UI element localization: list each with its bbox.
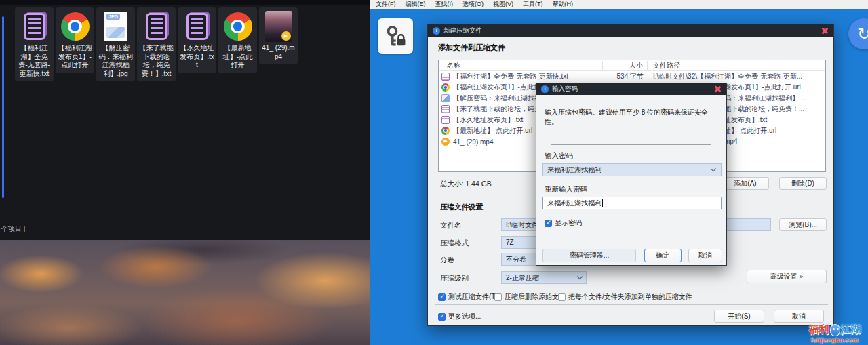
image-file-icon — [441, 94, 450, 102]
video-thumbnail: ▶ — [265, 10, 292, 43]
dialog-heading: 添加文件到压缩文件 — [438, 43, 505, 53]
password-manager-button[interactable]: 密码管理器... — [542, 249, 636, 262]
scrollbar-accent[interactable] — [2, 16, 4, 198]
fulijianghu-watermark: 福利 江湖 fulijianghu.com — [803, 323, 867, 344]
column-size[interactable]: 大小 — [603, 61, 648, 70]
desktop-icon-label: 【来了就能下载的论坛，纯免费！】.txt — [138, 44, 174, 78]
browse-button[interactable]: 浏览(B)... — [779, 218, 827, 231]
text-file-icon — [441, 73, 450, 81]
menu-find[interactable]: 查找(I) — [435, 0, 454, 9]
mascot-icon — [830, 324, 840, 336]
menu-edit[interactable]: 编辑(E) — [406, 0, 426, 9]
desktop-icon[interactable]: ▶ 41_ (29).mp4 — [259, 7, 298, 64]
cancel-button[interactable]: 取消 — [688, 249, 722, 262]
test-archive-checkbox[interactable]: 测试压缩文件(T) — [438, 292, 498, 302]
show-password-checkbox[interactable]: 显示密码 — [545, 218, 582, 228]
advanced-settings-button[interactable]: 高级设置 » — [747, 270, 827, 283]
file-name-cell: 【永久地址发布页】.txt — [453, 115, 523, 125]
screen: 【福利江湖】全免费-无套路-更新快.txt 【福利江湖发布页1】-点此打开 JP… — [0, 0, 868, 345]
enter-password-label: 输入密码 — [545, 151, 573, 161]
refresh-icon: ↻ — [857, 24, 868, 43]
volume-label: 分卷 — [440, 256, 454, 265]
divider — [435, 304, 828, 305]
password-combo[interactable]: 来福利江湖找福利 — [542, 163, 722, 176]
level-label: 压缩级别 — [440, 274, 469, 283]
reenter-password-input[interactable]: 来福利江湖找福利 — [542, 197, 722, 209]
add-button[interactable]: 添加(A) — [722, 177, 769, 190]
checkbox-checked-icon[interactable] — [438, 313, 446, 321]
jpg-badge: JPG — [106, 14, 120, 20]
desktop-icon-label: 41_ (29).mp4 — [260, 44, 296, 61]
logo-text-left: 福利 — [809, 323, 829, 336]
column-name[interactable]: 名称 — [439, 61, 603, 70]
menu-file[interactable]: 文件(F) — [376, 0, 396, 9]
menu-options[interactable]: 选项(O) — [462, 0, 484, 9]
delete-after-checkbox[interactable]: 压缩后删除原始文件 — [494, 292, 566, 302]
desktop-icon-label: 【福利江湖】全免费-无套路-更新快.txt — [16, 44, 52, 78]
dialog-title: 新建压缩文件 — [443, 26, 816, 35]
dialog-titlebar[interactable]: + 输入密码 — [536, 83, 726, 95]
level-select[interactable]: 2-正常压缩 — [501, 271, 587, 284]
desktop-icons: 【福利江湖】全免费-无套路-更新快.txt 【福利江湖发布页1】-点此打开 JP… — [15, 7, 298, 81]
file-size-cell: 534 字节 — [603, 72, 648, 81]
url-file-icon — [441, 83, 450, 92]
chrome-icon — [224, 10, 252, 43]
desktop-icon[interactable]: 【福利江湖】全免费-无套路-更新快.txt — [15, 7, 54, 81]
chevron-down-icon — [711, 166, 716, 171]
menu-view[interactable]: 视图(V) — [493, 0, 513, 9]
password-dialog: + 输入密码 输入压缩包密码。建议使用至少 8 位的密码来保证安全性。 输入密码… — [536, 83, 727, 266]
desktop-icon[interactable]: 【永久地址发布页】.txt — [178, 7, 216, 73]
text-file-icon — [146, 10, 167, 43]
checkbox-checked-icon[interactable] — [545, 220, 552, 227]
file-name-cell: 【福利江湖】全免费-无套路-更新快.txt — [453, 72, 568, 81]
archive-app-icon: + — [433, 27, 440, 35]
delete-button[interactable]: 删除(D) — [779, 177, 827, 190]
menu-tools[interactable]: 工具(T) — [523, 0, 543, 9]
jpg-file-icon: JPG — [104, 10, 127, 43]
text-file-icon — [441, 116, 450, 124]
close-icon[interactable] — [713, 85, 722, 94]
cancel-button[interactable]: 取消 — [774, 310, 824, 323]
menu-help[interactable]: 帮助(H) — [553, 0, 574, 9]
desktop-icon-label: 【解压密码：来福利江湖找福利】.jpg — [98, 44, 134, 78]
more-options-checkbox[interactable]: 更多选项... — [438, 312, 481, 321]
chrome-icon — [61, 10, 90, 43]
start-button[interactable]: 开始(S) — [714, 310, 764, 323]
checkbox-unchecked-icon[interactable] — [494, 293, 502, 301]
list-header: 名称 大小 文件路径 — [439, 60, 825, 71]
chevron-down-icon — [577, 274, 583, 279]
file-row[interactable]: 【福利江湖】全免费-无套路-更新快.txt 534 字节 I:\临时文件\32\… — [439, 71, 825, 82]
separate-archives-checkbox[interactable]: 把每个文件/文件夹添加到单独的压缩文件 — [558, 292, 692, 302]
ok-button[interactable]: 确定 — [644, 249, 682, 262]
wallpaper — [0, 240, 370, 345]
column-path[interactable]: 文件路径 — [648, 61, 825, 70]
checkbox-unchecked-icon[interactable] — [558, 293, 566, 301]
password-key-button[interactable] — [378, 18, 413, 54]
play-icon: ▶ — [281, 31, 291, 41]
items-count-status: 个项目 | — [1, 224, 25, 234]
checkbox-checked-icon[interactable] — [438, 293, 446, 301]
file-name-cell: 【最新地址】-点此打开.url — [453, 126, 532, 136]
desktop-icon[interactable]: JPG 【解压密码：来福利江湖找福利】.jpg — [96, 7, 135, 81]
format-label: 压缩格式 — [440, 239, 469, 248]
media-file-icon — [441, 138, 450, 146]
divider — [551, 144, 711, 145]
desktop-icon[interactable]: 【最新地址】-点此打开 — [218, 7, 257, 73]
dialog-title: 输入密码 — [552, 85, 709, 94]
desktop-icon-label: 【最新地址】-点此打开 — [220, 44, 256, 70]
logo-text-right: 江湖 — [841, 323, 861, 336]
logo-site: fulijianghu.com — [803, 336, 867, 344]
close-icon[interactable] — [820, 26, 829, 35]
password-hint: 输入压缩包密码。建议使用至少 8 位的密码来保证安全性。 — [545, 108, 721, 127]
desktop-icon-label: 【永久地址发布页】.txt — [179, 44, 215, 70]
text-file-icon — [24, 10, 45, 43]
dialog-titlebar[interactable]: + 新建压缩文件 — [428, 24, 833, 37]
desktop-icon[interactable]: 【福利江湖发布页1】-点此打开 — [56, 7, 94, 73]
text-caret — [602, 199, 603, 207]
text-file-icon — [186, 10, 208, 43]
desktop-icon[interactable]: 【来了就能下载的论坛，纯免费！】.txt — [137, 7, 176, 81]
total-size: 总大小: 1.44 GB — [440, 180, 492, 189]
desktop-icon-label: 【福利江湖发布页1】-点此打开 — [57, 44, 93, 70]
menu-bar: 文件(F) 编辑(E) 查找(I) 选项(O) 视图(V) 工具(T) 帮助(H… — [370, 0, 868, 9]
filename-label: 文件名 — [440, 221, 462, 230]
